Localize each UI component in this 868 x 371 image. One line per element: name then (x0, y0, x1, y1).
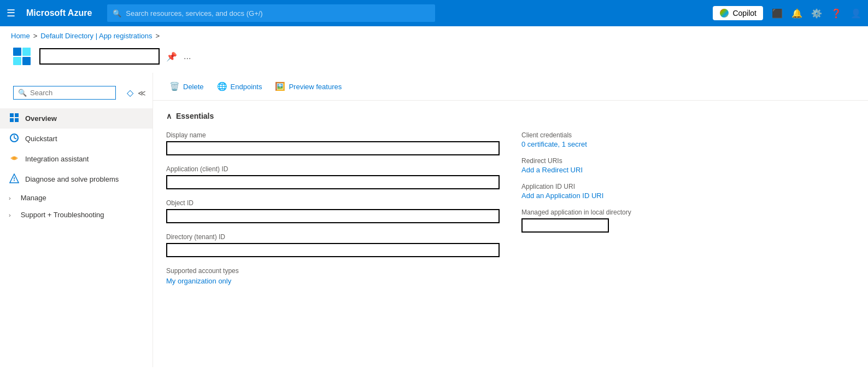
svg-point-0 (720, 9, 729, 18)
sidebar-search-row: 🔍 ◇ ≪ (0, 82, 153, 104)
directory-tenant-id-label: Directory (tenant) ID (166, 233, 500, 241)
managed-app-label: Managed application in local directory (521, 208, 855, 216)
redirect-uris-field: Redirect URIs Add a Redirect URI (521, 157, 855, 174)
client-credentials-label: Client credentials (521, 131, 855, 139)
quickstart-icon (9, 133, 20, 144)
nav-right-actions: Copilot ⬛ 🔔 ⚙️ ❓ 👤 (713, 6, 861, 20)
manage-expand-icon: › (9, 195, 11, 201)
app-grid-icon (13, 48, 31, 65)
settings-icon[interactable]: ⚙️ (811, 8, 822, 19)
sidebar-item-overview[interactable]: Overview (0, 108, 153, 129)
app-client-id-value-box (166, 175, 500, 189)
overview-icon (9, 113, 20, 124)
app-id-uri-label: Application ID URI (521, 183, 855, 190)
copilot-logo-icon (719, 8, 729, 18)
sidebar-item-quickstart[interactable]: Quickstart (0, 129, 153, 149)
diagnose-icon (9, 173, 20, 185)
supported-account-label: Supported account types (166, 267, 500, 275)
sidebar-search-icon: 🔍 (18, 89, 27, 97)
app-title-box (39, 48, 160, 65)
endpoints-icon: 🌐 (217, 82, 227, 91)
client-credentials-field: Client credentials 0 certificate, 1 secr… (521, 131, 855, 148)
sidebar-item-diagnose[interactable]: Diagnose and solve problems (0, 169, 153, 189)
managed-app-value-box (521, 218, 609, 233)
terminal-icon[interactable]: ⬛ (772, 8, 783, 19)
delete-icon: 🗑️ (169, 82, 180, 91)
search-icon: 🔍 (113, 9, 121, 18)
add-app-id-uri-link[interactable]: Add an Application ID URI (521, 192, 603, 200)
global-search-bar[interactable]: 🔍 (107, 4, 435, 22)
sidebar-item-quickstart-label: Quickstart (25, 135, 57, 143)
toolbar: 🗑️ Delete 🌐 Endpoints 🖼️ Preview feature… (153, 73, 868, 101)
breadcrumb-separator-2: > (156, 32, 160, 40)
breadcrumb: Home > Default Directory | App registrat… (0, 26, 868, 45)
supported-account-field: Supported account types My organization … (166, 267, 500, 285)
sidebar-search-container[interactable]: 🔍 (13, 86, 116, 100)
directory-tenant-id-field: Directory (tenant) ID (166, 233, 500, 257)
app-client-id-label: Application (client) ID (166, 165, 500, 173)
svg-point-8 (14, 180, 15, 181)
breadcrumb-directory-link[interactable]: Default Directory | App registrations (40, 32, 152, 40)
redirect-uris-label: Redirect URIs (521, 157, 855, 165)
sidebar-item-manage-label: Manage (21, 194, 46, 202)
delete-label: Delete (183, 83, 204, 91)
display-name-value-box (166, 141, 500, 155)
delete-button[interactable]: 🗑️ Delete (164, 78, 209, 95)
sidebar-item-diagnose-label: Diagnose and solve problems (25, 175, 119, 183)
essentials-section: ∧ Essentials Display name Application (c… (153, 101, 868, 306)
managed-app-field: Managed application in local directory (521, 208, 855, 233)
sidebar-item-support-label: Support + Troubleshooting (21, 211, 104, 219)
app-id-uri-field: Application ID URI Add an Application ID… (521, 183, 855, 200)
object-id-label: Object ID (166, 199, 500, 207)
supported-account-link[interactable]: My organization only (166, 277, 231, 285)
support-expand-icon: › (9, 212, 11, 218)
sidebar: 🔍 ◇ ≪ Overview Quickstart Integration as… (0, 73, 153, 367)
copilot-button[interactable]: Copilot (713, 6, 763, 20)
help-icon[interactable]: ❓ (831, 8, 842, 19)
hamburger-menu-icon[interactable]: ☰ (7, 7, 15, 19)
object-id-value-box (166, 209, 500, 223)
essentials-collapse-icon[interactable]: ∧ (166, 112, 172, 120)
object-id-field: Object ID (166, 199, 500, 223)
endpoints-label: Endpoints (231, 83, 262, 91)
pin-icon[interactable]: 📌 (166, 51, 177, 62)
client-credentials-link[interactable]: 0 certificate, 1 secret (521, 140, 587, 148)
essentials-left-column: Display name Application (client) ID Obj… (166, 131, 500, 295)
essentials-title: Essentials (176, 112, 214, 120)
essentials-grid: Display name Application (client) ID Obj… (166, 131, 855, 295)
directory-tenant-id-value-box (166, 243, 500, 257)
breadcrumb-separator-1: > (33, 32, 38, 40)
sidebar-item-manage[interactable]: › Manage (0, 189, 153, 206)
preview-icon: 🖼️ (275, 82, 285, 91)
svg-rect-4 (15, 118, 19, 122)
account-icon[interactable]: 👤 (851, 8, 861, 19)
integration-icon (9, 153, 20, 165)
svg-rect-1 (10, 113, 14, 117)
essentials-header: ∧ Essentials (166, 112, 855, 120)
global-search-input[interactable] (126, 9, 430, 18)
content-area: 🗑️ Delete 🌐 Endpoints 🖼️ Preview feature… (153, 73, 868, 367)
svg-rect-3 (10, 118, 14, 122)
top-navigation: ☰ Microsoft Azure 🔍 Copilot ⬛ 🔔 ⚙️ (0, 0, 868, 26)
app-header: 📌 ... (0, 45, 868, 73)
sidebar-item-support[interactable]: › Support + Troubleshooting (0, 206, 153, 223)
svg-rect-2 (15, 113, 19, 117)
app-client-id-field: Application (client) ID (166, 165, 500, 189)
sidebar-item-integration-label: Integration assistant (25, 155, 89, 163)
svg-point-6 (13, 156, 16, 160)
more-options-icon[interactable]: ... (184, 51, 191, 61)
endpoints-button[interactable]: 🌐 Endpoints (212, 78, 268, 95)
bell-icon[interactable]: 🔔 (791, 8, 802, 19)
add-redirect-uri-link[interactable]: Add a Redirect URI (521, 166, 583, 174)
preview-features-button[interactable]: 🖼️ Preview features (269, 78, 347, 95)
preview-label: Preview features (289, 83, 342, 91)
filter-icon[interactable]: ◇ (127, 88, 133, 98)
main-layout: 🔍 ◇ ≪ Overview Quickstart Integration as… (0, 73, 868, 367)
app-icon (11, 45, 33, 67)
display-name-field: Display name (166, 131, 500, 155)
sidebar-item-integration[interactable]: Integration assistant (0, 149, 153, 169)
copilot-label: Copilot (732, 9, 756, 18)
breadcrumb-home-link[interactable]: Home (11, 32, 30, 40)
collapse-icon[interactable]: ≪ (138, 89, 146, 97)
sidebar-search-input[interactable] (30, 89, 111, 97)
